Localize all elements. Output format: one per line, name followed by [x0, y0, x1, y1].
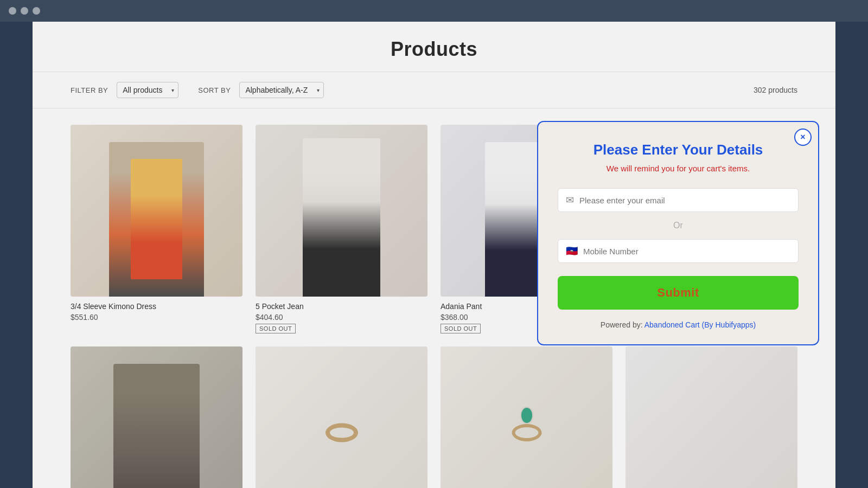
modal-subtitle: We will remind you for your cart's items…	[558, 164, 799, 173]
browser-dot-1	[9, 7, 16, 15]
modal-overlay: × Please Enter Your Details We will remi…	[33, 22, 835, 488]
modal-close-button[interactable]: ×	[794, 129, 812, 146]
powered-by-text: Powered by:	[601, 320, 643, 329]
browser-dot-2	[21, 7, 28, 15]
browser-chrome	[0, 0, 868, 22]
email-icon: ✉	[566, 194, 574, 206]
close-icon: ×	[800, 132, 805, 142]
powered-by: Powered by: Abandoned Cart (By Hubifyapp…	[558, 320, 799, 329]
phone-input[interactable]	[583, 247, 790, 256]
modal-dialog: × Please Enter Your Details We will remi…	[537, 121, 819, 345]
browser-dot-3	[33, 7, 40, 15]
flag-icon: 🇭🇹	[566, 245, 578, 257]
email-input[interactable]	[579, 196, 790, 205]
email-input-wrapper[interactable]: ✉	[558, 188, 799, 212]
powered-by-link[interactable]: Abandoned Cart (By Hubifyapps)	[644, 320, 756, 329]
modal-title: Please Enter Your Details	[558, 142, 799, 158]
phone-input-wrapper[interactable]: 🇭🇹	[558, 239, 799, 263]
or-divider: Or	[558, 221, 799, 230]
submit-button[interactable]: Submit	[558, 276, 799, 310]
main-window: Products FILTER BY All products ▾ SORT B…	[33, 22, 835, 488]
